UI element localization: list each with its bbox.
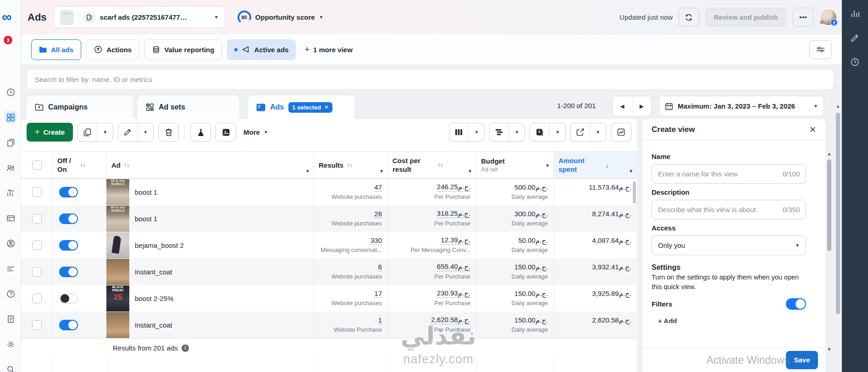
view-name-field[interactable]: 0/100 <box>652 164 806 184</box>
duplicate-dropdown[interactable]: ▼ <box>97 123 113 141</box>
pages-icon[interactable] <box>5 137 17 148</box>
select-all-checkbox[interactable] <box>21 152 53 178</box>
campaigns-table-icon[interactable] <box>5 111 17 123</box>
date-range-selector[interactable]: Maximum: Jan 3, 2023 – Feb 3, 2026 ▼ <box>659 96 824 116</box>
table-row[interactable]: All in one BUNDLEboost 126Website purcha… <box>21 205 637 232</box>
view-tab-actions[interactable]: Actions <box>86 39 139 60</box>
charts-button[interactable] <box>611 123 631 142</box>
reports-dropdown[interactable]: ▼ <box>549 123 565 141</box>
columns-dropdown[interactable]: ▼ <box>468 123 484 141</box>
next-page-button[interactable]: ▶ <box>632 96 652 116</box>
edit-button[interactable] <box>118 123 137 141</box>
row-checkbox[interactable] <box>21 258 53 285</box>
ads-reporting-icon[interactable] <box>5 187 17 199</box>
row-checkbox[interactable] <box>21 285 53 312</box>
creative-button[interactable] <box>216 123 236 142</box>
ad-account-selector[interactable]: scarf ads (225725167477… ▼ <box>54 6 225 28</box>
prev-page-button[interactable]: ◀ <box>613 96 632 116</box>
header-off-on[interactable]: Off / On ↑↓ <box>53 152 107 178</box>
table-row[interactable]: Instant_coat6Website purchases655.40ج.م.… <box>21 258 637 285</box>
settings-gear-icon[interactable] <box>5 338 17 350</box>
scroll-down-icon[interactable]: ▼ <box>826 347 832 352</box>
table-row[interactable]: Instant_coat1Website Purchase2,620.58ج.م… <box>21 312 637 338</box>
table-scrollbar-thumb[interactable] <box>633 181 636 203</box>
ad-cell[interactable]: All in one BUNDLEboost 1 <box>107 179 314 205</box>
filters-toggle[interactable] <box>786 298 806 310</box>
view-tab-active-ads[interactable]: Active ads <box>227 39 296 60</box>
scroll-up-icon[interactable]: ▲ <box>826 151 832 156</box>
ad-toggle[interactable] <box>59 240 78 251</box>
breakdown-dropdown[interactable]: ▼ <box>509 123 525 141</box>
row-checkbox[interactable] <box>21 312 53 338</box>
ab-test-button[interactable] <box>190 123 211 142</box>
ad-toggle[interactable] <box>59 320 78 330</box>
info-icon[interactable]: i <box>182 345 189 352</box>
meta-logo-icon[interactable]: ∞ <box>2 9 11 25</box>
row-checkbox[interactable] <box>21 232 53 258</box>
row-checkbox[interactable] <box>21 205 53 232</box>
ad-cell[interactable]: BLACK FRIDAY25boost 2-25% <box>107 285 314 312</box>
ad-toggle[interactable] <box>59 187 78 197</box>
edit-pencil-icon[interactable] <box>850 33 860 43</box>
review-publish-button[interactable]: Review and publish <box>705 8 787 27</box>
notes-icon[interactable] <box>5 313 17 325</box>
panel-scrollbar-thumb[interactable] <box>827 159 831 251</box>
billing-icon[interactable] <box>5 212 17 224</box>
audiences-icon[interactable] <box>5 162 17 174</box>
ad-cell[interactable]: Instant_coat <box>107 312 314 338</box>
help-icon[interactable] <box>5 288 17 300</box>
view-tab-all-ads[interactable]: All ads <box>31 39 81 60</box>
reports-button[interactable] <box>530 123 549 141</box>
export-dropdown[interactable]: ▼ <box>590 123 606 141</box>
more-button[interactable]: More ▼ <box>243 128 268 136</box>
ad-toggle[interactable] <box>59 213 78 224</box>
export-button[interactable] <box>571 123 590 141</box>
avatar[interactable]: ⚙ f <box>819 8 837 26</box>
more-options-button[interactable]: ••• <box>793 8 813 27</box>
opportunity-score[interactable]: 80 Opportunity score ▼ <box>238 11 324 24</box>
add-filter-button[interactable]: + Add <box>652 317 806 323</box>
header-amount-spent[interactable]: Amount spent ↓ ▼ <box>554 152 637 178</box>
scroll-up-icon[interactable]: ▲ <box>835 104 841 109</box>
view-description-field[interactable]: 0/350 <box>652 200 806 219</box>
insights-chart-icon[interactable] <box>850 8 860 18</box>
close-icon[interactable]: ✕ <box>809 125 816 135</box>
view-tab-value-reporting[interactable]: Value reporting <box>144 39 222 60</box>
header-results[interactable]: Results ↑↓ ▼ <box>314 152 388 178</box>
panel-scrollbar[interactable]: ▲ ▼ <box>826 151 832 352</box>
table-row[interactable]: All in one BUNDLEboost 147Website purcha… <box>21 179 637 205</box>
table-row[interactable]: bejama_boost 2330Messaging conversat...1… <box>21 232 637 258</box>
header-cost-per-result[interactable]: Cost per result ↑↓ ▼ <box>388 152 476 178</box>
delete-button[interactable] <box>158 123 179 142</box>
view-name-input[interactable] <box>658 170 779 178</box>
history-icon[interactable] <box>5 86 17 98</box>
ad-toggle[interactable] <box>59 293 78 304</box>
view-settings-button[interactable] <box>809 40 832 59</box>
row-checkbox[interactable] <box>21 179 53 205</box>
search-input[interactable] <box>28 70 833 89</box>
duplicate-button[interactable] <box>78 123 97 141</box>
create-button[interactable]: + Create <box>27 123 73 142</box>
ad-cell[interactable]: Instant_coat <box>107 258 314 285</box>
columns-button[interactable] <box>449 123 468 141</box>
close-icon[interactable]: ✕ <box>324 104 329 110</box>
page-scrollbar-thumb[interactable] <box>836 113 840 314</box>
search-icon[interactable] <box>5 363 17 372</box>
tab-ad-sets[interactable]: Ad sets <box>138 95 239 119</box>
view-description-input[interactable] <box>658 206 779 213</box>
account-icon[interactable] <box>5 237 17 249</box>
tab-campaigns[interactable]: Campaigns <box>27 95 133 119</box>
tab-ads[interactable]: Ads 1 selected ✕ <box>248 95 354 119</box>
page-scrollbar[interactable]: ▲ <box>835 104 841 372</box>
access-select[interactable]: Only you ▼ <box>652 235 806 255</box>
breakdown-button[interactable] <box>490 123 509 141</box>
header-budget[interactable]: Budget Ad set ▼ <box>476 152 554 178</box>
save-button[interactable]: Save <box>786 351 818 369</box>
table-row[interactable]: BLACK FRIDAY25boost 2-25%17Website purch… <box>21 285 637 312</box>
ad-cell[interactable]: All in one BUNDLEboost 1 <box>107 205 314 232</box>
refresh-button[interactable] <box>679 8 699 27</box>
activity-icon[interactable] <box>5 263 17 274</box>
header-ad[interactable]: Ad ↑↓ ▼ <box>107 152 314 178</box>
ad-cell[interactable]: bejama_boost 2 <box>107 232 314 258</box>
history-clock-icon[interactable] <box>850 57 860 67</box>
